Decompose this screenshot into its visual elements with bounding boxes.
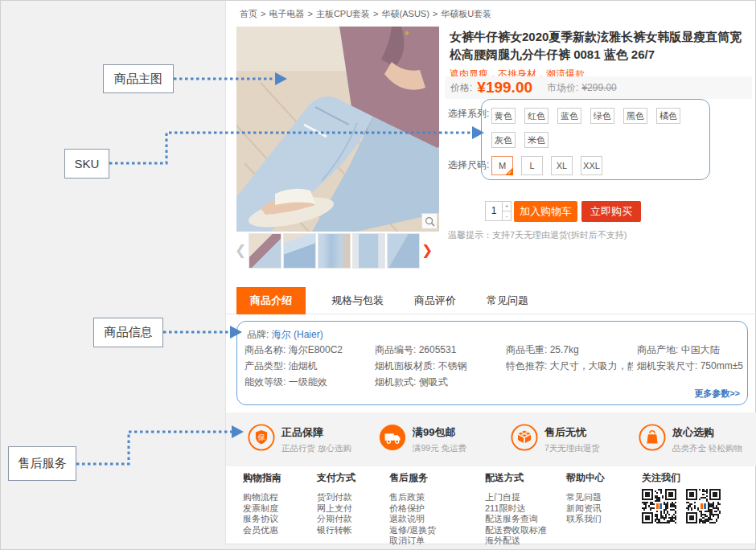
size-option[interactable]: L bbox=[521, 156, 543, 175]
info-field: 商品毛重: 25.7kg bbox=[506, 343, 633, 357]
thumbnail[interactable] bbox=[352, 233, 385, 269]
shopping-bag-icon bbox=[639, 424, 666, 451]
size-options: M L XL XXL bbox=[491, 156, 602, 175]
info-field: 烟机款式: 侧吸式 bbox=[375, 376, 502, 389]
color-option[interactable]: 米色 bbox=[524, 132, 549, 148]
gift-box-icon bbox=[511, 424, 538, 451]
delivery-truck-icon bbox=[379, 424, 406, 451]
brand-row: 品牌: 海尔 (Haier) bbox=[247, 328, 323, 342]
quantity-stepper: 1 + - bbox=[485, 201, 512, 221]
footer-link[interactable]: 海外配送 bbox=[485, 536, 547, 547]
arrow-line-after-sales bbox=[76, 432, 232, 464]
thumbnails-prev-icon[interactable]: ❮ bbox=[235, 241, 246, 261]
footer-link[interactable]: 会员优惠 bbox=[243, 525, 281, 536]
tab-faq[interactable]: 常见问题 bbox=[482, 293, 533, 308]
shield-badge-icon: 保 bbox=[248, 424, 275, 451]
footer-column-delivery: 配送方式 上门自提 211限时达 配送服务查询 配送费收取标准 海外配送 bbox=[485, 471, 547, 547]
annotation-after-sales: 售后服务 bbox=[8, 446, 76, 481]
breadcrumb-category[interactable]: 电子电器 bbox=[269, 9, 304, 18]
footer-column-help: 帮助中心 常见问题 新闻资讯 联系我们 bbox=[566, 471, 605, 525]
info-field: 特色推荐: 大尺寸，大吸力，静音... bbox=[506, 359, 633, 373]
footer-link[interactable]: 网上支付 bbox=[317, 503, 355, 515]
footer-link[interactable]: 银行转帐 bbox=[317, 525, 355, 536]
footer-link[interactable]: 211限时达 bbox=[485, 503, 547, 515]
size-option[interactable]: XXL bbox=[581, 156, 602, 175]
more-params-link[interactable]: 更多参数>> bbox=[694, 388, 740, 400]
color-options: 黄色 红色 蓝色 绿色 黑色 橘色 灰色 米色 bbox=[491, 108, 702, 148]
color-option[interactable]: 灰色 bbox=[491, 132, 516, 148]
color-option[interactable]: 黑色 bbox=[623, 108, 647, 124]
image-zoom-button[interactable] bbox=[421, 213, 438, 229]
footer-link[interactable]: 返修/退换货 bbox=[389, 525, 436, 536]
breadcrumb-home[interactable]: 首页 bbox=[240, 9, 257, 18]
buy-now-button[interactable]: 立即购买 bbox=[581, 201, 641, 222]
footer-link[interactable]: 货到付款 bbox=[317, 492, 355, 503]
footer-link[interactable]: 上门自提 bbox=[485, 492, 547, 503]
product-page-panel: 首页>电子电器>主板CPU套装>华硕(ASUS)>华硕板U套装 bbox=[225, 1, 755, 544]
price-bar: 价格: ¥199.00 市场价: ¥299.00 bbox=[445, 76, 752, 99]
info-field: 烟机面板材质: 不锈钢 bbox=[375, 359, 502, 373]
annotation-sku: SKU bbox=[64, 149, 109, 179]
footer-link[interactable]: 价格保护 bbox=[389, 503, 436, 515]
footer-link[interactable]: 取消订单 bbox=[389, 536, 436, 547]
add-to-cart-button[interactable]: 加入购物车 bbox=[514, 201, 577, 222]
annotation-product-info: 商品信息 bbox=[93, 318, 163, 347]
qr-code bbox=[642, 489, 676, 523]
footer-column-after-sales: 售后服务 售后政策 价格保护 退款说明 返修/退换货 取消订单 bbox=[389, 471, 436, 547]
quantity-decrease-button[interactable]: - bbox=[503, 211, 511, 220]
tab-reviews[interactable]: 商品评价 bbox=[409, 293, 461, 308]
footer-link[interactable]: 新闻资讯 bbox=[566, 503, 605, 515]
breadcrumb-subcategory[interactable]: 主板CPU套装 bbox=[316, 9, 370, 18]
annotated-product-page: 首页>电子电器>主板CPU套装>华硕(ASUS)>华硕板U套装 bbox=[0, 0, 756, 550]
breadcrumb-current[interactable]: 华硕板U套装 bbox=[441, 9, 491, 18]
brand-link[interactable]: 海尔 (Haier) bbox=[272, 329, 323, 340]
breadcrumb: 首页>电子电器>主板CPU套装>华硕(ASUS)>华硕板U套装 bbox=[238, 8, 493, 20]
service-item: 保 正品保障 正品行货 放心选购 bbox=[248, 424, 351, 454]
color-option[interactable]: 橘色 bbox=[656, 108, 680, 124]
color-option[interactable]: 红色 bbox=[524, 108, 549, 124]
footer-link[interactable]: 服务协议 bbox=[243, 514, 281, 525]
price-label: 价格: bbox=[450, 81, 472, 95]
size-option[interactable]: XL bbox=[551, 156, 573, 175]
footer-link[interactable]: 配送费收取标准 bbox=[485, 525, 547, 536]
footer-link[interactable]: 购物流程 bbox=[243, 492, 281, 503]
color-option[interactable]: 黄色 bbox=[491, 108, 516, 124]
footer-link[interactable]: 分期付款 bbox=[317, 514, 355, 525]
annotation-main-image: 商品主图 bbox=[103, 64, 174, 93]
tab-spec-packaging[interactable]: 规格与包装 bbox=[327, 293, 388, 308]
svg-text:保: 保 bbox=[257, 433, 265, 441]
size-option-selected[interactable]: M bbox=[491, 156, 513, 175]
thumbnail[interactable] bbox=[318, 233, 351, 269]
service-item: 满99包邮 满99元 免运费 bbox=[379, 424, 466, 454]
thumbnail-strip: ❮ ❯ bbox=[226, 233, 439, 270]
product-info-panel: 品牌: 海尔 (Haier) 商品名称: 海尔E800C2 商品编号: 2605… bbox=[236, 321, 748, 405]
info-field: 商品名称: 海尔E800C2 bbox=[244, 343, 372, 357]
breadcrumb-brand[interactable]: 华硕(ASUS) bbox=[382, 9, 429, 18]
market-price-label: 市场价: bbox=[547, 81, 578, 95]
thumbnails-next-icon[interactable]: ❯ bbox=[421, 241, 433, 261]
thumbnail[interactable] bbox=[283, 233, 316, 269]
footer-link[interactable]: 售后政策 bbox=[389, 492, 436, 503]
product-main-image[interactable] bbox=[236, 27, 439, 232]
footer-link[interactable]: 配送服务查询 bbox=[485, 514, 547, 525]
sku-selection-panel: 黄色 红色 蓝色 绿色 黑色 橘色 灰色 米色 M L XL XXL bbox=[481, 99, 710, 180]
footer-link[interactable]: 联系我们 bbox=[566, 514, 605, 525]
color-option[interactable]: 蓝色 bbox=[557, 108, 581, 124]
footer-column-payment: 支付方式 货到付款 网上支付 分期付款 银行转帐 bbox=[317, 471, 355, 536]
thumbnail[interactable] bbox=[249, 233, 281, 269]
info-field: 烟机安装尺寸: 750mm±50mm (烟... bbox=[637, 359, 743, 373]
color-option[interactable]: 绿色 bbox=[590, 108, 614, 124]
thumbnail[interactable] bbox=[387, 233, 420, 269]
service-item: 售后无忧 7天无理由退货 bbox=[511, 424, 600, 454]
quantity-input[interactable]: 1 bbox=[486, 202, 502, 220]
quantity-increase-button[interactable]: + bbox=[503, 202, 511, 211]
footer-link[interactable]: 常见问题 bbox=[566, 492, 605, 503]
footer-link[interactable]: 退款说明 bbox=[389, 514, 436, 525]
info-field: 商品编号: 2605531 bbox=[375, 343, 502, 357]
tab-product-intro[interactable]: 商品介绍 bbox=[236, 287, 306, 314]
footer-column-shopping-guide: 购物指南 购物流程 发票制度 服务协议 会员优惠 bbox=[243, 471, 281, 536]
footer-link[interactable]: 发票制度 bbox=[243, 503, 281, 515]
service-item: 放心选购 品类齐全 轻松购物 bbox=[639, 424, 742, 454]
info-field: 商品产地: 中国大陆 bbox=[637, 343, 743, 357]
return-policy-tip: 温馨提示：支持7天无理由退货(拆封后不支持) bbox=[448, 229, 627, 241]
